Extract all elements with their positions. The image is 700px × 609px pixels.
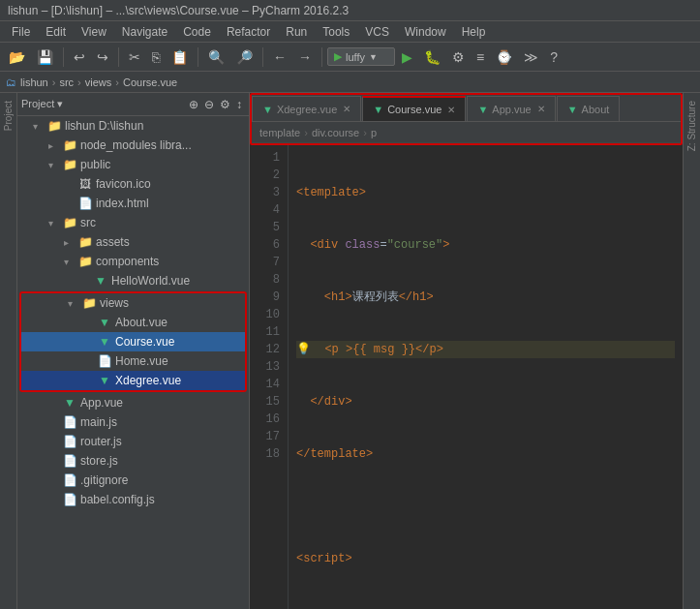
breadcrumb-lishun[interactable]: lishun bbox=[20, 76, 48, 88]
file-icon-store: 📄 bbox=[62, 454, 77, 468]
tree-arrow-src: ▾ bbox=[48, 218, 62, 228]
code-tag-div-open: < bbox=[310, 236, 317, 254]
toolbar-run[interactable]: ▶ bbox=[397, 47, 417, 67]
tree-label-gitignore: .gitignore bbox=[80, 473, 128, 487]
code-line-8: <script> bbox=[296, 550, 675, 567]
tree-item-components[interactable]: ▾ 📁 components bbox=[17, 252, 249, 271]
toolbar-more4[interactable]: ≫ bbox=[519, 47, 543, 67]
toolbar-search2[interactable]: 🔎 bbox=[231, 47, 258, 67]
menu-item-view[interactable]: View bbox=[74, 23, 114, 41]
tab-close-appvue[interactable]: ✕ bbox=[537, 104, 545, 114]
tab-xdegree[interactable]: ▼ Xdegree.vue ✕ bbox=[252, 96, 361, 121]
tree-item-public[interactable]: ▾ 📁 public bbox=[17, 155, 249, 174]
panel-btn-2[interactable]: ⊖ bbox=[201, 97, 217, 112]
toolbar-back[interactable]: ↩ bbox=[69, 47, 90, 67]
toolbar-help[interactable]: ? bbox=[545, 47, 563, 67]
tree-arrow-node-modules: ▸ bbox=[48, 140, 62, 151]
code-space bbox=[338, 236, 345, 254]
toolbar-debug[interactable]: 🐛 bbox=[419, 47, 445, 67]
project-gutter-label[interactable]: Project bbox=[3, 101, 14, 131]
tree-item-index-html[interactable]: 📄 index.html bbox=[17, 194, 249, 213]
toolbar-cut[interactable]: ✂ bbox=[124, 47, 145, 67]
tree-item-lishun[interactable]: ▾ 📁 lishun D:\lishun bbox=[17, 116, 249, 136]
menu-item-run[interactable]: Run bbox=[278, 23, 315, 41]
run-config-dropdown[interactable]: ▶ luffy ▼ bbox=[327, 47, 395, 66]
toolbar-copy[interactable]: ⎘ bbox=[147, 47, 165, 67]
toolbar-open[interactable]: 📂 bbox=[4, 47, 30, 67]
panel-btn-1[interactable]: ⊕ bbox=[186, 97, 201, 112]
tree-item-store[interactable]: 📄 store.js bbox=[17, 451, 249, 471]
tree-item-course[interactable]: ▼ Course.vue bbox=[21, 332, 245, 351]
breadcrumb-src[interactable]: src bbox=[59, 76, 74, 88]
toolbar-sep-2 bbox=[118, 47, 119, 67]
tree-arrow-assets: ▸ bbox=[64, 237, 77, 248]
tree-item-src[interactable]: ▾ 📁 src bbox=[17, 213, 249, 232]
toolbar-more1[interactable]: ⚙ bbox=[447, 47, 470, 67]
menu-item-tools[interactable]: Tools bbox=[315, 23, 357, 41]
panel-btn-settings[interactable]: ⚙ bbox=[217, 97, 233, 112]
editor-area: ▼ Xdegree.vue ✕ ▼ Course.vue ✕ ▼ App.vue… bbox=[250, 93, 683, 609]
toolbar-nav-fwd[interactable]: → bbox=[293, 47, 317, 67]
toolbar-search[interactable]: 🔍 bbox=[203, 47, 229, 67]
tree-arrow-public: ▾ bbox=[48, 160, 62, 170]
tree-item-node-modules[interactable]: ▸ 📁 node_modules libra... bbox=[17, 136, 249, 155]
tab-close-course[interactable]: ✕ bbox=[447, 105, 455, 115]
menu-item-edit[interactable]: Edit bbox=[38, 23, 74, 41]
menu-item-file[interactable]: File bbox=[4, 23, 38, 41]
toolbar-sep-5 bbox=[321, 47, 322, 67]
tree-item-about[interactable]: ▼ About.vue bbox=[21, 313, 245, 332]
menu-item-code[interactable]: Code bbox=[175, 23, 219, 41]
toolbar-more2[interactable]: ≡ bbox=[472, 47, 489, 67]
code-content[interactable]: <template> <div class="course"> <h1>课程列表… bbox=[289, 145, 683, 609]
code-class-attr: class bbox=[345, 236, 380, 254]
tree-item-main-js[interactable]: 📄 main.js bbox=[17, 412, 249, 432]
tree-item-router[interactable]: 📄 router.js bbox=[17, 432, 249, 451]
tree-item-helloworld[interactable]: ▼ HelloWorld.vue bbox=[17, 271, 249, 290]
edbc-div[interactable]: div.course bbox=[312, 127, 359, 138]
tab-about[interactable]: ▼ About bbox=[557, 96, 621, 121]
tab-icon-appvue: ▼ bbox=[477, 104, 488, 115]
tab-course[interactable]: ▼ Course.vue ✕ bbox=[362, 96, 466, 121]
toolbar-paste[interactable]: 📋 bbox=[167, 47, 193, 67]
tab-label-appvue: App.vue bbox=[492, 104, 531, 115]
code-div-close: </div> bbox=[310, 393, 351, 411]
file-icon-course: ▼ bbox=[97, 335, 112, 349]
edbc-p[interactable]: p bbox=[371, 127, 377, 138]
menu-item-navigate[interactable]: Navigate bbox=[114, 23, 175, 41]
toolbar-nav-back[interactable]: ← bbox=[268, 47, 291, 67]
tree-item-views[interactable]: ▾ 📁 views bbox=[21, 293, 245, 313]
structure-gutter-label[interactable]: Z: Structure bbox=[686, 101, 697, 151]
breadcrumb-views[interactable]: views bbox=[85, 76, 112, 88]
menu-item-window[interactable]: Window bbox=[397, 23, 454, 41]
tab-close-xdegree[interactable]: ✕ bbox=[343, 104, 350, 114]
toolbar-forward[interactable]: ↪ bbox=[92, 47, 113, 67]
tree-item-gitignore[interactable]: 📄 .gitignore bbox=[17, 471, 249, 490]
edbc-template[interactable]: template bbox=[259, 127, 300, 138]
menu-item-vcs[interactable]: VCS bbox=[357, 23, 397, 41]
menu-item-help[interactable]: Help bbox=[454, 23, 494, 41]
folder-icon-components: 📁 bbox=[77, 255, 93, 268]
right-gutter: Z: Structure bbox=[683, 93, 700, 609]
tree-item-home[interactable]: 📄 Home.vue bbox=[21, 351, 245, 371]
tree-item-xdegree[interactable]: ▼ Xdegree.vue bbox=[21, 371, 245, 390]
tree-label-store: store.js bbox=[80, 454, 118, 468]
tree-arrow-components: ▾ bbox=[64, 257, 77, 267]
tree-label-src: src bbox=[80, 216, 96, 229]
breadcrumb-course[interactable]: Course.vue bbox=[123, 76, 177, 88]
toolbar-more3[interactable]: ⌚ bbox=[491, 47, 517, 67]
editor-tabs: ▼ Xdegree.vue ✕ ▼ Course.vue ✕ ▼ App.vue… bbox=[252, 95, 681, 122]
run-config-label: luffy bbox=[346, 51, 365, 63]
panel-btn-sort[interactable]: ↕ bbox=[233, 97, 245, 112]
toolbar-save[interactable]: 💾 bbox=[32, 47, 58, 67]
tree-item-app-vue[interactable]: ▼ App.vue bbox=[17, 393, 249, 412]
tree-item-favicon[interactable]: 🖼 favicon.ico bbox=[17, 174, 249, 194]
tab-appvue[interactable]: ▼ App.vue ✕ bbox=[467, 96, 555, 121]
tree-item-babel[interactable]: 📄 babel.config.js bbox=[17, 490, 249, 509]
tree-label-main: main.js bbox=[80, 415, 117, 429]
folder-icon-views: 📁 bbox=[81, 296, 97, 310]
tree-item-assets[interactable]: ▸ 📁 assets bbox=[17, 232, 249, 252]
menu-item-refactor[interactable]: Refactor bbox=[219, 23, 278, 41]
edbc-sep-2: › bbox=[363, 127, 367, 138]
file-icon-xdegree: ▼ bbox=[97, 374, 112, 387]
file-icon-home: 📄 bbox=[97, 354, 112, 368]
